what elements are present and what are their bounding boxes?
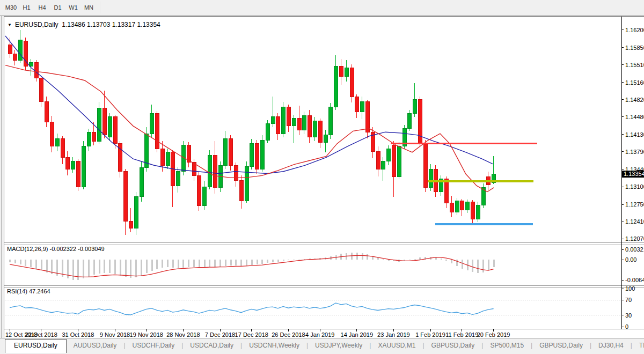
svg-text:1.14130: 1.14130 xyxy=(625,131,644,138)
current-price-marker: 1.13354 xyxy=(622,171,644,178)
svg-text:28 Nov 2018: 28 Nov 2018 xyxy=(166,331,200,338)
svg-text:26 Dec 2018: 26 Dec 2018 xyxy=(272,331,305,338)
svg-text:17 Dec 2018: 17 Dec 2018 xyxy=(235,331,268,338)
svg-text:14 Jan 2019: 14 Jan 2019 xyxy=(341,331,374,338)
tab-audusd-daily[interactable]: AUDUSD,Daily xyxy=(67,340,124,352)
chart-window[interactable]: 1.162001.158501.155101.151601.148201.144… xyxy=(4,16,644,338)
timeframe-toolbar: M30 H1 H4 D1 W1 MN xyxy=(0,0,644,16)
tab-usdcnh-weekly[interactable]: USDCNH,Weekly xyxy=(242,340,306,352)
tab-tech10[interactable]: TECH10 xyxy=(632,340,644,352)
tab-usdcad-daily[interactable]: USDCAD,Daily xyxy=(183,340,240,352)
svg-text:1.12410: 1.12410 xyxy=(625,218,644,225)
svg-text:23 Jan 2019: 23 Jan 2019 xyxy=(377,331,410,338)
svg-text:100: 100 xyxy=(625,285,635,292)
svg-text:1.15160: 1.15160 xyxy=(625,79,644,86)
rsi-indicator-label: RSI(14) 47.2464 xyxy=(7,288,50,294)
chart-canvas[interactable]: 1.162001.158501.155101.151601.148201.144… xyxy=(4,17,644,339)
svg-text:1 Feb 2019: 1 Feb 2019 xyxy=(415,331,445,338)
macd-indicator-label: MACD(12,26,9) -0.002322 -0.003049 xyxy=(7,246,105,252)
symbol-tab-bar: EURUSD,Daily AUDUSD,Daily| USDCHF,Daily|… xyxy=(0,338,644,354)
svg-text:70: 70 xyxy=(625,297,632,303)
symbol-dropdown-icon[interactable]: ▼ xyxy=(8,23,12,27)
svg-text:0.00: 0.00 xyxy=(625,256,636,263)
svg-text:-0.006485: -0.006485 xyxy=(625,277,644,283)
chart-symbol-label: EURUSD,Daily xyxy=(15,21,58,28)
svg-text:1.13790: 1.13790 xyxy=(625,149,644,155)
window-left-edge xyxy=(0,16,4,354)
tab-usdchf-daily[interactable]: USDCHF,Daily xyxy=(126,340,182,352)
svg-text:11 Feb 2019: 11 Feb 2019 xyxy=(445,331,478,338)
svg-text:1.15850: 1.15850 xyxy=(625,45,644,51)
timeframe-button-w1[interactable]: W1 xyxy=(66,2,81,13)
pane-backgrounds xyxy=(4,17,644,339)
timeframe-button-h4[interactable]: H4 xyxy=(35,2,50,13)
svg-text:0.003216: 0.003216 xyxy=(625,246,644,253)
svg-text:1.15510: 1.15510 xyxy=(625,62,644,68)
timeframe-button-mn[interactable]: MN xyxy=(82,2,97,13)
timeframe-button-d1[interactable]: D1 xyxy=(50,2,65,13)
svg-text:1.12750: 1.12750 xyxy=(625,201,644,208)
svg-text:1.14480: 1.14480 xyxy=(625,114,644,120)
tab-usdjpy-weekly[interactable]: USDJPY,Weekly xyxy=(308,340,369,352)
tab-gbpusd-daily-2[interactable]: GBPUSD,Daily xyxy=(532,340,590,352)
svg-text:7 Dec 2018: 7 Dec 2018 xyxy=(205,331,235,338)
tab-sp500-m15[interactable]: SP500,M15 xyxy=(483,340,531,352)
tab-eurusd-daily[interactable]: EURUSD,Daily xyxy=(5,339,67,353)
svg-text:1.16200: 1.16200 xyxy=(625,27,644,33)
chart-ohlc-values: 1.13486 1.13703 1.13317 1.13354 xyxy=(62,21,160,28)
tab-gbpusd-daily[interactable]: GBPUSD,Daily xyxy=(425,340,482,352)
svg-text:20 Feb 2019: 20 Feb 2019 xyxy=(477,331,510,338)
svg-text:19 Nov 2018: 19 Nov 2018 xyxy=(130,331,163,338)
chart-info-line: ▼EURUSD,Daily 1.13486 1.13703 1.13317 1.… xyxy=(8,21,160,28)
svg-text:1.13100: 1.13100 xyxy=(625,183,644,190)
toolbar-separator xyxy=(100,2,101,13)
svg-text:9 Nov 2018: 9 Nov 2018 xyxy=(100,331,130,338)
svg-text:1.14820: 1.14820 xyxy=(625,97,644,103)
svg-text:1.12070: 1.12070 xyxy=(625,235,644,242)
svg-text:31 Oct 2018: 31 Oct 2018 xyxy=(62,331,94,338)
timeframe-button-h1[interactable]: H1 xyxy=(19,2,34,13)
svg-text:0: 0 xyxy=(625,323,628,330)
tab-dj30-h4[interactable]: DJ30,H4 xyxy=(591,340,631,352)
timeframe-button-m30[interactable]: M30 xyxy=(4,2,19,13)
svg-text:22 Oct 2018: 22 Oct 2018 xyxy=(25,331,57,338)
svg-text:1.13354: 1.13354 xyxy=(624,171,644,177)
tab-xauusd-m1[interactable]: XAUUSD,M1 xyxy=(371,340,422,352)
svg-text:4 Jan 2019: 4 Jan 2019 xyxy=(305,331,334,338)
svg-text:30: 30 xyxy=(625,312,632,319)
